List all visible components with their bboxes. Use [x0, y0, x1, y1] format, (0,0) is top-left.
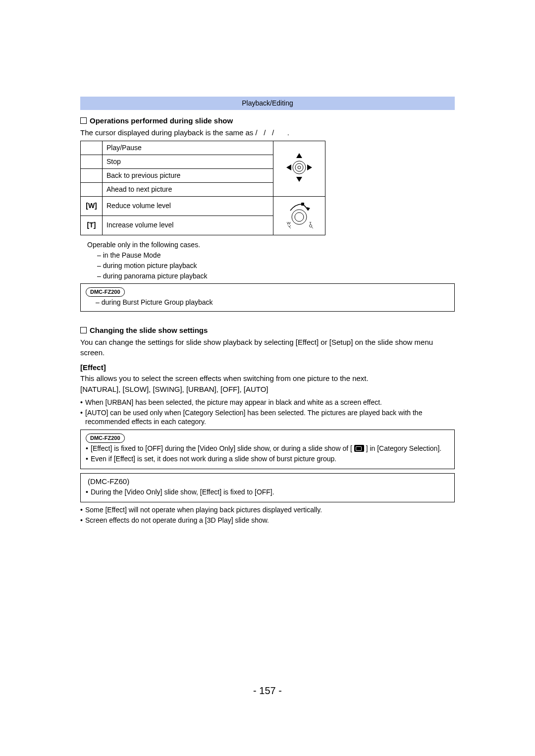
key-cell: [T]	[81, 216, 103, 235]
bullet: •Some [Effect] will not operate when pla…	[80, 505, 455, 515]
bullet: •Even if [Effect] is set, it does not wo…	[86, 454, 449, 464]
dpad-icon	[279, 152, 319, 183]
model-note-fz60: (DMC-FZ60) •During the [Video Only] slid…	[80, 473, 455, 502]
cursor-intro-text: The cursor displayed during playback is …	[80, 128, 256, 137]
bullet-text: Screen effects do not operate during a […	[85, 516, 455, 525]
zoom-lever-icon: W T	[279, 200, 319, 229]
effect-bullets-b: •Some [Effect] will not operate when pla…	[80, 505, 455, 525]
key-cell: [W]	[81, 196, 103, 216]
note-sub: – during panorama picture playback	[97, 271, 455, 281]
model-note-fz200-ops: DMC-FZ200 – during Burst Picture Group p…	[80, 283, 455, 312]
table-row: Play/Pause	[81, 141, 325, 155]
burst-group-icon	[354, 445, 364, 452]
svg-marker-3	[296, 153, 302, 158]
settings-intro: You can change the settings for slide sh…	[80, 337, 455, 358]
desc-cell: Increase volume level	[103, 216, 273, 235]
effect-options: [NATURAL], [SLOW], [SWING], [URBAN], [OF…	[80, 384, 455, 394]
key-cell	[81, 169, 103, 183]
operations-heading: Operations performed during slide show	[80, 116, 455, 126]
svg-marker-5	[286, 164, 291, 170]
bullet-text: [Effect] is fixed to [OFF] during the [V…	[91, 444, 449, 453]
effect-description: This allows you to select the screen eff…	[80, 374, 455, 383]
model-tag: DMC-FZ200	[86, 287, 125, 297]
bullet: • [Effect] is fixed to [OFF] during the …	[86, 444, 449, 453]
zoom-diagram: W T	[273, 196, 325, 235]
bullet-text: Even if [Effect] is set, it does not wor…	[91, 454, 449, 464]
svg-marker-6	[307, 164, 312, 170]
svg-rect-10	[301, 203, 304, 206]
desc-cell: Back to previous picture	[103, 169, 273, 183]
bullet-text: Some [Effect] will not operate when play…	[85, 505, 455, 515]
key-cell	[81, 183, 103, 197]
operable-note: Operable only in the following cases. – …	[87, 240, 455, 281]
page: Playback/Editing Operations performed du…	[0, 0, 535, 756]
bullet: •[AUTO] can be used only when [Category …	[80, 408, 455, 427]
desc-cell: Play/Pause	[103, 141, 273, 155]
settings-section: Changing the slide show settings You can…	[80, 325, 455, 525]
cursor-intro: The cursor displayed during playback is …	[80, 128, 455, 138]
operations-table: Play/Pause Stop Back to previous picture	[80, 141, 325, 235]
desc-cell: Reduce volume level	[103, 196, 273, 216]
svg-text:W: W	[287, 221, 291, 225]
note-sub: – in the Pause Mode	[97, 251, 455, 260]
svg-point-1	[295, 163, 303, 171]
direction-arrows-placeholder: / / /	[256, 128, 285, 138]
svg-line-14	[312, 227, 313, 228]
note-lead: Operable only in the following cases.	[87, 240, 455, 250]
bullet: •When [URBAN] has been selected, the pic…	[80, 398, 455, 407]
bullet-text: [AUTO] can be used only when [Category S…	[85, 408, 455, 427]
svg-point-2	[298, 166, 301, 169]
bullet-text: When [URBAN] has been selected, the pict…	[85, 398, 455, 407]
svg-marker-4	[296, 177, 302, 182]
svg-point-7	[292, 210, 307, 224]
bullet: •Screen effects do not operate during a …	[80, 516, 455, 525]
table-row: [W] Reduce volume level W T	[81, 196, 325, 216]
page-number: - 157 -	[0, 684, 535, 698]
model-tag-plain: (DMC-FZ60)	[86, 477, 129, 487]
model-tag: DMC-FZ200	[86, 433, 125, 443]
effect-bullets-a: •When [URBAN] has been selected, the pic…	[80, 398, 455, 427]
effect-heading: [Effect]	[80, 363, 455, 373]
dpad-diagram	[273, 141, 325, 197]
model-note-fz200-effect: DMC-FZ200 • [Effect] is fixed to [OFF] d…	[80, 430, 455, 469]
section-header: Playback/Editing	[80, 97, 455, 110]
svg-point-0	[293, 161, 306, 174]
key-cell	[81, 155, 103, 169]
note-sub: – during motion picture playback	[97, 261, 455, 270]
bullet: •During the [Video Only] slide show, [Ef…	[86, 487, 449, 497]
settings-heading: Changing the slide show settings	[80, 325, 455, 335]
key-cell	[81, 141, 103, 155]
bullet-text: During the [Video Only] slide show, [Eff…	[91, 487, 449, 497]
svg-point-8	[295, 213, 304, 221]
model-line: – during Burst Picture Group playback	[96, 298, 449, 307]
desc-cell: Stop	[103, 155, 273, 169]
desc-cell: Ahead to next picture	[103, 183, 273, 197]
cursor-intro-end: .	[287, 128, 289, 137]
